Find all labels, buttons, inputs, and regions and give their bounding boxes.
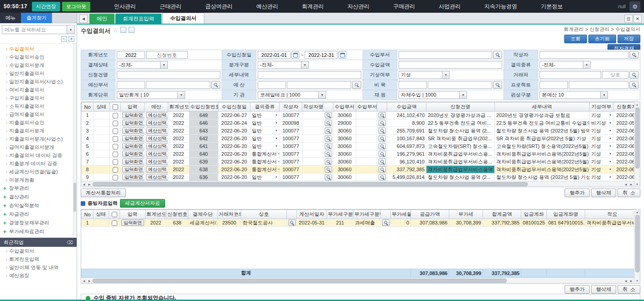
budget-dept-name-input[interactable] [146,81,210,89]
budget-name-input[interactable] [287,81,351,89]
search-icon-button[interactable] [325,151,332,157]
recent-item[interactable]: ›회계전표입력 [0,255,77,263]
row-checkbox[interactable] [113,167,118,173]
input-screen-button[interactable]: 입력화면 [122,174,145,180]
search-icon-button[interactable] [325,120,332,126]
cell-select-res_type[interactable]: 통합계산서▼ [250,166,280,173]
expand-plus-icon[interactable]: + [3,203,6,209]
calendar-icon[interactable] [338,51,346,59]
sidebar-menu-item[interactable]: ›지출분개 데이터 검증 [0,159,77,168]
row-checkbox[interactable] [113,113,118,118]
clear-recent-icon[interactable]: ⌫ [67,240,73,245]
fiscal-year-input[interactable] [117,51,145,59]
row-checkbox[interactable] [113,175,118,180]
chevron-down-icon[interactable]: ▼ [67,26,74,34]
search-icon-button[interactable] [379,166,386,173]
input-screen-button[interactable]: 입력화면 [122,166,145,173]
chevron-down-icon[interactable]: ▼ [459,92,467,98]
grid-row[interactable]: 4입력화면예산선택20226422022-06-20일반▼10007730060… [82,135,634,143]
cell-select-res_type[interactable]: 일반▼ [250,135,280,143]
horizontal-scrollbar[interactable]: ◀▶ ◀▶ [81,181,634,187]
customer-sub-input[interactable] [602,71,628,79]
date-from-input[interactable] [258,51,291,59]
input-screen-button[interactable]: 입력화면 [122,128,145,134]
journal-type-select[interactable]: -전체- ▼ [258,61,309,69]
grid-row[interactable]: 3입력화면예산선택20226432022-06-20일반▼10007730060… [82,127,634,135]
sidebar-menu-item[interactable]: ›구입지출결의서 [0,94,77,102]
cell-select-res_type[interactable]: 통합계산서▼ [250,158,280,166]
menu-search-combo[interactable]: 메뉴를 검색하세요 ▼ [2,25,75,34]
chevron-down-icon[interactable]: ▼ [600,92,608,98]
customer-input[interactable] [540,71,601,79]
row-checkbox[interactable] [112,220,117,226]
topnav-item[interactable]: 급상여관리 [193,0,244,13]
sidebar-scrollbar[interactable] [73,44,77,237]
cell-select-completion[interactable]: 기성▼ [590,173,613,181]
gear-icon[interactable]: ⚙ [629,1,640,11]
project-code-input[interactable] [540,81,568,89]
search-icon-button[interactable] [325,112,332,118]
topnav-item[interactable]: 지속가능경영 [473,0,529,13]
row-checkbox[interactable] [113,128,118,134]
cell-select-res_type[interactable]: 일반▼ [250,143,280,150]
input-screen-button[interactable]: 입력화면 [122,151,145,157]
input-screen-button[interactable]: 입력화면 [122,120,145,126]
row-delete-button[interactable]: 행삭제 [591,285,616,294]
search-icon[interactable] [629,71,639,79]
tax-invoice-button[interactable]: 세금계산서자료 [120,199,165,208]
search-icon-button[interactable] [379,135,386,142]
sidebar-menu-item[interactable]: ›급여지출결의서 [0,110,77,118]
grid-row[interactable]: 9입력화면예산선택20226362022-06-20일반▼10007730060… [82,173,634,181]
expand-plus-icon[interactable]: + [3,194,6,200]
sidebar-menu-item[interactable]: ›지출결의서분개(사업소) [0,135,77,143]
input-screen-button[interactable]: 입력화면 [121,219,144,226]
project-name-input[interactable] [569,81,628,89]
sidebar-group-item[interactable]: +손익실적분석 [0,201,77,210]
input-screen-button[interactable]: 입력화면 [122,112,145,118]
topnav-item[interactable]: 구매관리 [381,0,427,13]
topnav-item[interactable]: 예산관리 [244,0,290,13]
tab-list-icon[interactable]: ☰ [624,15,633,23]
account-unit-select[interactable]: 일반회계 | 10 ▼ [117,91,185,99]
recent-item[interactable]: ›수입결의서 [0,247,77,255]
income-dept-input[interactable] [399,51,492,59]
grid-row[interactable]: 1입력화면예산선택20226492022-06-27일반▼10007730060… [82,112,634,119]
agency-select[interactable]: 코레일테크 | 1000 ▼ [258,91,326,99]
search-icon-button[interactable] [325,166,332,173]
input-screen-button[interactable]: 입력화면 [122,158,145,165]
expand-plus-icon[interactable]: + [3,185,6,192]
date-to-input[interactable] [305,51,338,59]
row-checkbox[interactable] [113,159,118,165]
budget-dept-code-input[interactable] [117,81,145,89]
fund-source-select[interactable]: 자체수입 | 1000 ▼ [399,91,467,99]
approval-status-select[interactable]: -전체- ▼ [117,61,168,69]
cancel-button[interactable]: 취 소 [618,189,640,197]
budget-select-button[interactable]: 예산선택 [146,112,168,118]
budget-select-button[interactable]: 예산선택 [146,120,168,126]
request-no-input[interactable] [146,51,188,59]
sidebar-menu-item[interactable]: ›일반지출결의서 [0,69,77,77]
chevron-down-icon[interactable]: ▼ [442,71,449,78]
search-icon[interactable] [629,51,639,59]
search-icon[interactable] [629,81,639,89]
row-delete-button[interactable]: 행삭제 [591,189,616,197]
cell-select-completion[interactable]: 기성▼ [590,112,613,119]
search-icon[interactable] [211,81,220,89]
logout-button[interactable]: 로그아웃 [62,2,90,11]
grid-row[interactable]: 7입력화면예산선택20226392022-06-20통합계산서▼10007730… [82,158,634,166]
horizontal-scrollbar[interactable]: ◀▶ ◀▶ [81,277,634,283]
sidebar-menu-item[interactable]: ›미분개현황 [0,176,77,184]
sidebar-menu-item[interactable]: ›일반지출결의서(사업소) [0,77,77,86]
row-checkbox[interactable] [113,136,118,142]
chevron-down-icon[interactable]: ▼ [583,61,590,68]
input-screen-button[interactable]: 입력화면 [122,143,145,149]
sidebar-group-item[interactable]: +자금관리 [0,210,77,219]
calendar-icon[interactable] [291,51,299,59]
grid-row[interactable]: 2입력화면예산선택20226462022-06-24일반▼20009829000… [82,119,634,127]
search-icon[interactable] [493,81,502,89]
sidebar-menu-item[interactable]: ›지출결의서승인 [0,118,77,127]
search-icon-button[interactable] [325,143,332,149]
sidebar-menu-item[interactable]: ›수입결의서승인 [0,53,77,61]
time-extend-button[interactable]: 시간연장 [32,2,60,11]
search-icon-button[interactable] [379,143,386,149]
